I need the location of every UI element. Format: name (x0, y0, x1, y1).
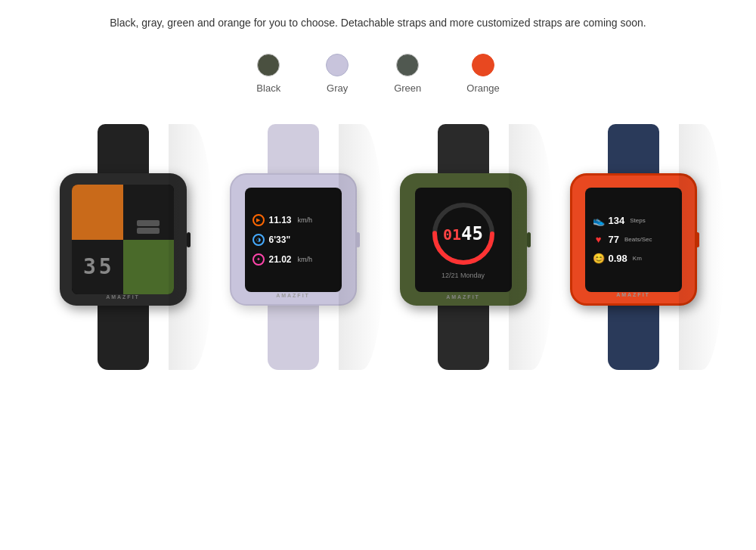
watch-gray-screen: ▶ 11.13 km/h ◑ 6'33" ✦ 21.02 (245, 188, 342, 292)
s4-heart-label: Beats/Sec (624, 236, 652, 243)
tile-dark: 3 5 (72, 240, 123, 295)
watch-gray-brand: AMAZFIT (276, 293, 310, 298)
watch-black-crown (187, 232, 191, 247)
color-circle-green[interactable] (396, 54, 419, 76)
watch-black-body: 3 5 AMAZFIT (55, 124, 191, 370)
page-wrapper: Black, gray, green and orange for you to… (0, 0, 756, 400)
watch-green-case: 01 45 12/21 Monday AMAZFIT (400, 173, 527, 306)
watch-gray-body: ▶ 11.13 km/h ◑ 6'33" ✦ 21.02 (225, 124, 361, 370)
color-option-black[interactable]: Black (256, 54, 280, 94)
s2-speed-val: 11.13 (269, 215, 292, 225)
watch-gray: ▶ 11.13 km/h ◑ 6'33" ✦ 21.02 (225, 124, 361, 370)
watch-black-screen: 3 5 (72, 185, 174, 294)
distance-icon: 😊 (593, 253, 605, 264)
s2-pace-val: 6'33" (269, 235, 291, 245)
screen1-tiles: 3 5 (72, 185, 174, 294)
watch-green-body: 01 45 12/21 Monday AMAZFIT (395, 124, 531, 370)
screen3-clock: 01 45 12/21 Monday (415, 188, 512, 292)
tile-orange (72, 185, 123, 240)
color-option-orange[interactable]: Orange (466, 54, 499, 94)
watches-row: 3 5 AMAZFIT (30, 124, 726, 370)
tile-number2: 5 (99, 254, 112, 279)
color-label-black: Black (256, 82, 280, 94)
color-circle-orange[interactable] (472, 54, 494, 76)
tile-number: 3 (83, 254, 96, 279)
heart-icon: ♥ (593, 234, 605, 245)
color-circle-gray[interactable] (326, 54, 349, 76)
watch-orange-crown (696, 232, 699, 247)
s2-row-maxspeed: ✦ 21.02 km/h (253, 253, 334, 266)
color-options: Black Gray Green Orange (30, 54, 726, 94)
color-label-gray: Gray (327, 82, 348, 94)
s2-row-speed: ▶ 11.13 km/h (253, 214, 334, 226)
clock-hour: 01 (443, 225, 461, 244)
watch-orange-brand: AMAZFIT (616, 292, 650, 297)
s4-row-steps: 👟 134 Steps (593, 215, 674, 226)
s2-row-pace: ◑ 6'33" (253, 234, 334, 246)
clock-time: 01 45 (443, 223, 483, 244)
watch-orange: 👟 134 Steps ♥ 77 Beats/Sec 😊 (565, 124, 702, 370)
color-circle-black[interactable] (257, 54, 280, 76)
watch-green-screen: 01 45 12/21 Monday (415, 188, 512, 292)
color-option-green[interactable]: Green (394, 54, 421, 94)
clock-ring-container: 01 45 (429, 200, 497, 268)
watch-green: 01 45 12/21 Monday AMAZFIT (395, 124, 531, 370)
watch-orange-body: 👟 134 Steps ♥ 77 Beats/Sec 😊 (565, 124, 702, 370)
watch-black: 3 5 AMAZFIT (55, 124, 191, 370)
watch-green-brand: AMAZFIT (446, 294, 480, 300)
s2-speed-unit: km/h (298, 216, 313, 224)
running-max-icon: ✦ (253, 253, 265, 266)
color-label-green: Green (394, 82, 421, 94)
watch-gray-crown (356, 232, 360, 247)
s4-km-label: Km (633, 255, 642, 262)
color-option-gray[interactable]: Gray (326, 54, 349, 94)
color-label-orange: Orange (466, 82, 499, 94)
clock-min: 45 (461, 223, 483, 244)
screen2-running: ▶ 11.13 km/h ◑ 6'33" ✦ 21.02 (245, 188, 342, 292)
watch-orange-case: 👟 134 Steps ♥ 77 Beats/Sec 😊 (570, 173, 697, 306)
tile-black-bar (123, 185, 175, 240)
running-speed-icon: ▶ (253, 214, 265, 226)
s4-heart-val: 77 (609, 234, 619, 245)
running-pace-icon: ◑ (253, 234, 265, 246)
watch-orange-screen: 👟 134 Steps ♥ 77 Beats/Sec 😊 (585, 188, 682, 292)
s2-max-unit: km/h (298, 256, 313, 263)
s4-row-heart: ♥ 77 Beats/Sec (593, 234, 674, 245)
s4-row-km: 😊 0.98 Km (593, 253, 674, 264)
tile-green (123, 240, 175, 295)
s4-steps-label: Steps (630, 217, 645, 224)
s4-steps-val: 134 (609, 215, 625, 226)
watch-black-case: 3 5 AMAZFIT (60, 173, 187, 306)
watch-black-brand: AMAZFIT (106, 294, 140, 300)
clock-date: 12/21 Monday (442, 272, 485, 279)
s4-km-val: 0.98 (609, 253, 627, 264)
screen4-health: 👟 134 Steps ♥ 77 Beats/Sec 😊 (585, 188, 682, 292)
description-text: Black, gray, green and orange for you to… (30, 15, 726, 31)
s2-max-val: 21.02 (269, 254, 292, 265)
watch-gray-case: ▶ 11.13 km/h ◑ 6'33" ✦ 21.02 (230, 173, 357, 306)
steps-icon: 👟 (593, 215, 605, 226)
watch-green-crown (527, 232, 531, 247)
